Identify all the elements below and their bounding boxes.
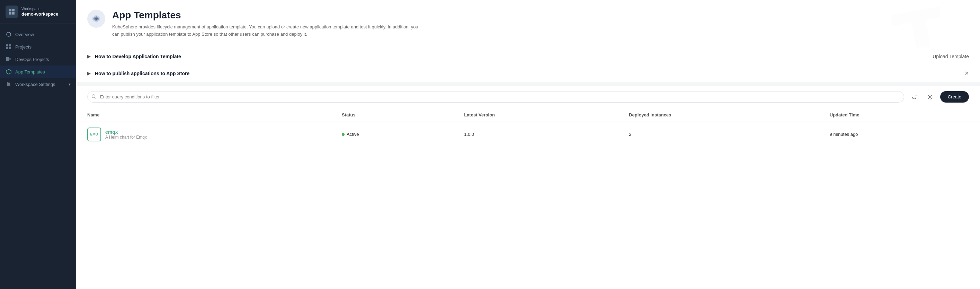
create-button[interactable]: Create bbox=[940, 91, 969, 102]
app-description-text: A Helm chart for Emqx bbox=[105, 135, 147, 140]
svg-rect-5 bbox=[6, 44, 8, 46]
cell-updated-time: 9 minutes ago bbox=[819, 121, 980, 147]
app-templates-table: Name Status Latest Version Deployed Inst… bbox=[76, 108, 980, 147]
svg-rect-2 bbox=[9, 12, 11, 14]
workspace-settings-icon bbox=[6, 81, 12, 87]
sidebar: Workspace demo-workspace Overview Pr bbox=[0, 0, 76, 289]
svg-rect-0 bbox=[9, 9, 11, 11]
svg-rect-6 bbox=[9, 44, 11, 46]
nav-list: Overview Projects DevOps Projects bbox=[0, 24, 76, 289]
svg-line-18 bbox=[95, 97, 96, 99]
upload-template-link[interactable]: Upload Template bbox=[932, 54, 969, 59]
col-header-status: Status bbox=[331, 108, 453, 122]
svg-rect-7 bbox=[6, 47, 8, 49]
workspace-info: Workspace demo-workspace bbox=[21, 6, 58, 17]
cell-deployed-instances: 2 bbox=[618, 121, 819, 147]
cell-status: Active bbox=[331, 121, 453, 147]
workspace-label: Workspace bbox=[21, 6, 58, 11]
accordion-title-develop: How to Develop Application Template bbox=[95, 54, 181, 59]
sidebar-item-label: DevOps Projects bbox=[15, 57, 49, 62]
chevron-down-icon: ▾ bbox=[68, 82, 71, 87]
toolbar: Create bbox=[76, 86, 980, 108]
svg-rect-1 bbox=[12, 9, 14, 11]
app-name-cell: EMQ emqx A Helm chart for Emqx bbox=[87, 128, 320, 141]
sidebar-item-label: App Templates bbox=[15, 69, 45, 75]
hero-text: App Templates KubeSphere provides lifecy… bbox=[112, 10, 969, 38]
sidebar-item-label: Projects bbox=[15, 44, 32, 49]
search-icon bbox=[91, 94, 96, 100]
settings-button[interactable] bbox=[924, 91, 936, 103]
svg-rect-8 bbox=[9, 47, 11, 49]
hero-description: KubeSphere provides lifecycle management… bbox=[112, 24, 424, 38]
accordion-header-publish[interactable]: ▶ How to publish applications to App Sto… bbox=[76, 65, 980, 82]
overview-icon bbox=[6, 32, 12, 37]
sidebar-item-overview[interactable]: Overview bbox=[0, 28, 76, 40]
accordion-title-publish: How to publish applications to App Store bbox=[95, 71, 189, 76]
accordion-header-develop[interactable]: ▶ How to Develop Application Template Up… bbox=[76, 48, 980, 65]
cell-name: EMQ emqx A Helm chart for Emqx bbox=[76, 121, 331, 147]
workspace-icon bbox=[6, 6, 18, 18]
app-name-text[interactable]: emqx bbox=[105, 129, 147, 135]
svg-point-19 bbox=[929, 96, 931, 98]
col-header-updated-time: Updated Time bbox=[819, 108, 980, 122]
sidebar-item-devops[interactable]: DevOps Projects bbox=[0, 53, 76, 65]
workspace-header[interactable]: Workspace demo-workspace bbox=[0, 0, 76, 24]
main-content: App Templates KubeSphere provides lifecy… bbox=[76, 0, 980, 289]
accordion: ▶ How to Develop Application Template Up… bbox=[76, 48, 980, 82]
hero-icon bbox=[87, 10, 105, 28]
close-icon[interactable]: ✕ bbox=[964, 71, 969, 76]
accordion-item-develop: ▶ How to Develop Application Template Up… bbox=[76, 48, 980, 65]
sidebar-item-workspace-settings[interactable]: Workspace Settings ▾ bbox=[0, 78, 76, 91]
search-wrapper bbox=[87, 91, 904, 102]
col-header-name: Name bbox=[76, 108, 331, 122]
chevron-right-icon: ▶ bbox=[87, 54, 91, 59]
cell-latest-version: 1.0.0 bbox=[453, 121, 618, 147]
table-row[interactable]: EMQ emqx A Helm chart for Emqx Active bbox=[76, 121, 980, 147]
sidebar-item-app-templates[interactable]: App Templates bbox=[0, 65, 76, 78]
projects-icon bbox=[6, 44, 12, 49]
col-header-deployed-instances: Deployed Instances bbox=[618, 108, 819, 122]
sidebar-item-label: Workspace Settings bbox=[15, 82, 55, 87]
sidebar-item-label: Overview bbox=[15, 32, 34, 37]
refresh-button[interactable] bbox=[908, 91, 920, 103]
accordion-item-publish: ▶ How to publish applications to App Sto… bbox=[76, 65, 980, 82]
app-info: emqx A Helm chart for Emqx bbox=[105, 129, 147, 140]
chevron-right-icon: ▶ bbox=[87, 71, 91, 76]
sidebar-item-projects[interactable]: Projects bbox=[0, 40, 76, 53]
table-header-row: Name Status Latest Version Deployed Inst… bbox=[76, 108, 980, 122]
status-label: Active bbox=[347, 132, 359, 137]
workspace-name: demo-workspace bbox=[21, 11, 58, 18]
status-badge: Active bbox=[342, 132, 442, 137]
svg-point-4 bbox=[6, 32, 11, 37]
col-header-latest-version: Latest Version bbox=[453, 108, 618, 122]
app-logo: EMQ bbox=[87, 128, 101, 141]
app-logo-text: EMQ bbox=[91, 133, 99, 136]
status-dot bbox=[342, 133, 345, 136]
page-title: App Templates bbox=[112, 10, 969, 21]
devops-icon bbox=[6, 56, 12, 62]
search-input[interactable] bbox=[87, 91, 904, 102]
table-container: Name Status Latest Version Deployed Inst… bbox=[76, 108, 980, 289]
svg-marker-9 bbox=[6, 69, 11, 74]
svg-rect-3 bbox=[12, 12, 14, 14]
hero-banner: App Templates KubeSphere provides lifecy… bbox=[76, 0, 980, 48]
app-templates-icon bbox=[6, 69, 12, 75]
